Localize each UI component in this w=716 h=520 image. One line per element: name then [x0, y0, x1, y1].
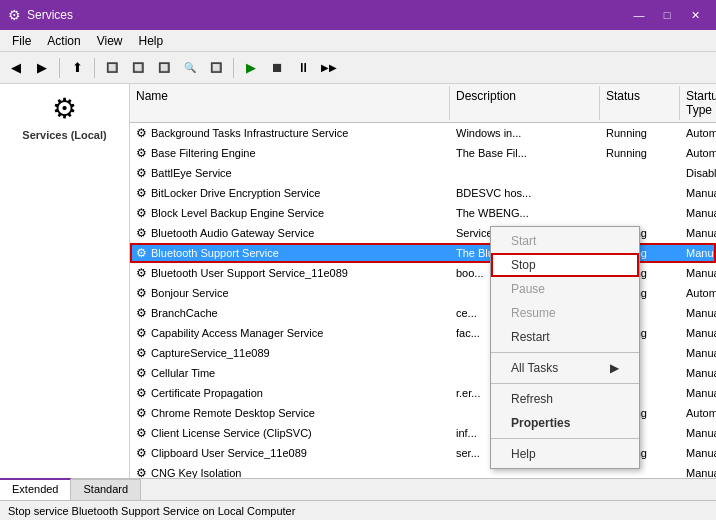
table-row[interactable]: ⚙BitLocker Drive Encryption ServiceBDESV… — [130, 183, 716, 203]
toolbar-icon3[interactable]: 🔲 — [152, 56, 176, 80]
service-desc-cell: The Base Fil... — [450, 144, 600, 162]
service-name-cell: ⚙BattlEye Service — [130, 164, 450, 182]
toolbar: ◀ ▶ ⬆ 🔲 🔲 🔲 🔍 🔲 ▶ ⏹ ⏸ ▶▶ — [0, 52, 716, 84]
submenu-arrow: ▶ — [610, 361, 619, 375]
service-desc-cell: BDESVC hos... — [450, 184, 600, 202]
toolbar-icon2[interactable]: 🔲 — [126, 56, 150, 80]
left-panel-title: Services (Local) — [22, 129, 106, 141]
col-status[interactable]: Status — [600, 86, 680, 120]
service-name-cell: ⚙Bonjour Service — [130, 284, 450, 302]
status-bar: Stop service Bluetooth Support Service o… — [0, 500, 716, 520]
start-service-button[interactable]: ▶ — [239, 56, 263, 80]
close-button[interactable]: ✕ — [682, 6, 708, 24]
tab-extended[interactable]: Extended — [0, 478, 71, 500]
menu-view[interactable]: View — [89, 32, 131, 50]
app-icon: ⚙ — [8, 7, 21, 23]
table-header: Name Description Status Startup Type — [130, 84, 716, 123]
context-menu-properties[interactable]: Properties — [491, 411, 639, 435]
service-icon: ⚙ — [136, 406, 147, 420]
service-name-cell: ⚙Capability Access Manager Service — [130, 324, 450, 342]
tab-standard[interactable]: Standard — [71, 479, 141, 500]
service-startup-cell: Automatic — [680, 144, 716, 162]
service-status-cell — [600, 184, 680, 202]
service-startup-cell: Manual (Trig... — [680, 464, 716, 478]
service-name: Background Tasks Infrastructure Service — [151, 127, 348, 139]
menu-file[interactable]: File — [4, 32, 39, 50]
context-menu-restart[interactable]: Restart — [491, 325, 639, 349]
service-name: Capability Access Manager Service — [151, 327, 323, 339]
context-menu-resume[interactable]: Resume — [491, 301, 639, 325]
service-icon: ⚙ — [136, 306, 147, 320]
service-startup-cell: Manual (Trig... — [680, 224, 716, 242]
service-startup-cell: Manual (Trig... — [680, 344, 716, 362]
service-icon: ⚙ — [136, 466, 147, 478]
service-status-cell — [600, 204, 680, 222]
service-status-cell: Running — [600, 124, 680, 142]
up-button[interactable]: ⬆ — [65, 56, 89, 80]
service-icon: ⚙ — [136, 186, 147, 200]
service-name-cell: ⚙Background Tasks Infrastructure Service — [130, 124, 450, 142]
service-icon: ⚙ — [136, 326, 147, 340]
forward-button[interactable]: ▶ — [30, 56, 54, 80]
maximize-button[interactable]: □ — [654, 6, 680, 24]
menu-action[interactable]: Action — [39, 32, 88, 50]
toolbar-icon5[interactable]: 🔲 — [204, 56, 228, 80]
service-startup-cell: Manual (Trig... — [680, 444, 716, 462]
service-desc-cell: Windows in... — [450, 124, 600, 142]
toolbar-icon4[interactable]: 🔍 — [178, 56, 202, 80]
menu-help[interactable]: Help — [131, 32, 172, 50]
service-name-cell: ⚙CNG Key Isolation — [130, 464, 450, 478]
service-status-cell: Running — [600, 144, 680, 162]
col-desc[interactable]: Description — [450, 86, 600, 120]
service-startup-cell: Manual (Trig... — [680, 424, 716, 442]
service-name-cell: ⚙Client License Service (ClipSVC) — [130, 424, 450, 442]
table-row[interactable]: ⚙Base Filtering EngineThe Base Fil...Run… — [130, 143, 716, 163]
title-bar-title: Services — [27, 8, 626, 22]
col-name[interactable]: Name — [130, 86, 450, 120]
menu-bar: File Action View Help — [0, 30, 716, 52]
service-name: CNG Key Isolation — [151, 467, 241, 478]
service-name: Bluetooth Audio Gateway Service — [151, 227, 314, 239]
service-name: Block Level Backup Engine Service — [151, 207, 324, 219]
context-menu-start[interactable]: Start — [491, 229, 639, 253]
table-row[interactable]: ⚙Block Level Backup Engine ServiceThe WB… — [130, 203, 716, 223]
service-startup-cell: Automatic — [680, 124, 716, 142]
service-name-cell: ⚙Bluetooth Support Service — [130, 244, 450, 262]
service-name: Client License Service (ClipSVC) — [151, 427, 312, 439]
service-name: BattlEye Service — [151, 167, 232, 179]
service-icon: ⚙ — [136, 366, 147, 380]
context-menu-pause[interactable]: Pause — [491, 277, 639, 301]
service-icon: ⚙ — [136, 426, 147, 440]
service-startup-cell: Manual (Trig... — [680, 324, 716, 342]
context-menu-stop[interactable]: Stop — [491, 253, 639, 277]
service-name-cell: ⚙CaptureService_11e089 — [130, 344, 450, 362]
stop-service-button[interactable]: ⏹ — [265, 56, 289, 80]
context-menu-help[interactable]: Help — [491, 442, 639, 466]
service-startup-cell: Manual — [680, 204, 716, 222]
service-name-cell: ⚙Certificate Propagation — [130, 384, 450, 402]
service-startup-cell: Automatic — [680, 284, 716, 302]
table-row[interactable]: ⚙Background Tasks Infrastructure Service… — [130, 123, 716, 143]
service-name-cell: ⚙Bluetooth User Support Service_11e089 — [130, 264, 450, 282]
restart-service-button[interactable]: ▶▶ — [317, 56, 341, 80]
service-name: Certificate Propagation — [151, 387, 263, 399]
service-startup-cell: Manual (Trig... — [680, 384, 716, 402]
context-menu-refresh[interactable]: Refresh — [491, 387, 639, 411]
service-status-cell — [600, 164, 680, 182]
service-name-cell: ⚙Chrome Remote Desktop Service — [130, 404, 450, 422]
context-sep-1 — [491, 352, 639, 353]
service-name-cell: ⚙BranchCache — [130, 304, 450, 322]
service-icon: ⚙ — [136, 446, 147, 460]
table-row[interactable]: ⚙BattlEye ServiceDisabled — [130, 163, 716, 183]
context-menu-alltasks[interactable]: All Tasks ▶ — [491, 356, 639, 380]
back-button[interactable]: ◀ — [4, 56, 28, 80]
main-layout: ⚙ Services (Local) Name Description Stat… — [0, 84, 716, 478]
minimize-button[interactable]: — — [626, 6, 652, 24]
service-name-cell: ⚙Base Filtering Engine — [130, 144, 450, 162]
col-startup[interactable]: Startup Type — [680, 86, 716, 120]
toolbar-icon1[interactable]: 🔲 — [100, 56, 124, 80]
service-name: Bluetooth Support Service — [151, 247, 279, 259]
pause-service-button[interactable]: ⏸ — [291, 56, 315, 80]
context-menu: Start Stop Pause Resume Restart All Task… — [490, 226, 640, 469]
service-name: BitLocker Drive Encryption Service — [151, 187, 320, 199]
